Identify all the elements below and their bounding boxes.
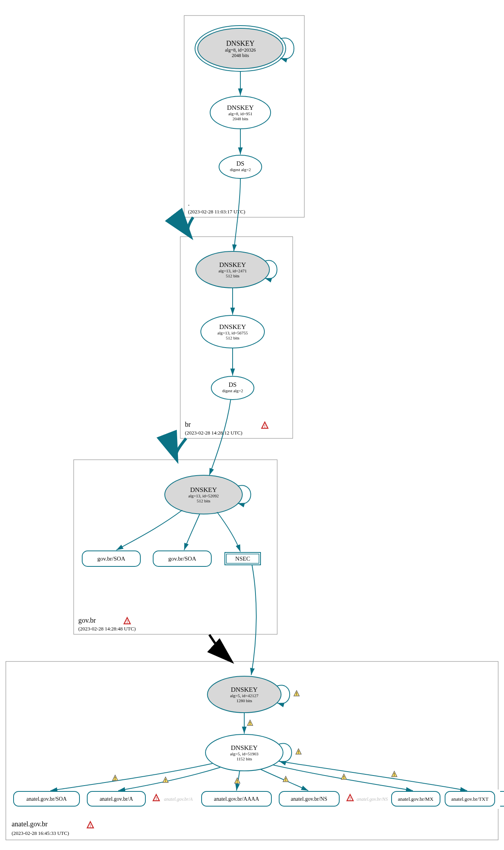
node-anatel-a: anatel.gov.br/A (87, 791, 145, 806)
node-anatel-aaaa: anatel.gov.br/AAAA (202, 791, 271, 806)
node-anatel-a-grey: anatel.gov.br/A (164, 796, 193, 802)
node-anatel-txt: anatel.gov.br/TXT (445, 791, 495, 806)
warning-icon: ! (163, 777, 168, 782)
svg-text:anatel.gov.br/TXT: anatel.gov.br/TXT (451, 796, 488, 802)
edge (118, 767, 220, 791)
svg-text:anatel.gov.br/AAAA: anatel.gov.br/AAAA (214, 796, 259, 802)
node-anatel-ns: anatel.gov.br/NS (279, 791, 339, 806)
svg-text:anatel.gov.br/SOA: anatel.gov.br/SOA (26, 796, 67, 802)
svg-text:!: ! (155, 796, 157, 801)
warning-icon: ! (235, 778, 240, 783)
edge (50, 763, 212, 791)
svg-text:anatel.gov.br/NS: anatel.gov.br/NS (291, 796, 327, 802)
svg-text:anatel.gov.br/A: anatel.gov.br/A (100, 796, 133, 802)
warning-icon: ! (341, 774, 347, 779)
svg-text:!: ! (165, 778, 166, 782)
warning-icon: ! (283, 776, 288, 782)
edge (278, 761, 467, 791)
svg-text:!: ! (394, 772, 395, 777)
warning-icon: ! (112, 775, 118, 781)
svg-text:!: ! (285, 777, 286, 782)
svg-text:!: ! (343, 775, 344, 779)
svg-text:anatel.gov.br/MX: anatel.gov.br/MX (398, 796, 433, 802)
node-anatel-mx: anatel.gov.br/MX (392, 791, 440, 806)
svg-text:!: ! (236, 779, 238, 783)
svg-text:!: ! (114, 776, 116, 781)
svg-text:!: ! (349, 796, 351, 801)
warning-icon: ! (392, 771, 397, 777)
node-anatel-ns-grey: anatel.gov.br/NS (357, 796, 388, 802)
node-anatel-soa: anatel.gov.br/SOA (14, 791, 79, 806)
anatel-leaf-overlay: anatel.gov.br/SOA anatel.gov.br/A ! anat… (0, 0, 504, 850)
